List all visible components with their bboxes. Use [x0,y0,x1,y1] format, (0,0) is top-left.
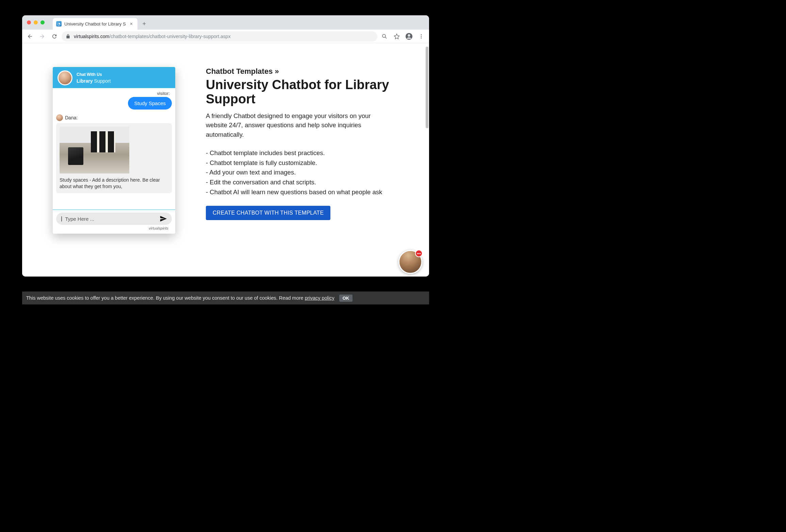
chat-text-input[interactable]: | Type Here ... [56,213,172,225]
floating-chat-launcher[interactable]: ••• [398,250,422,274]
feature-list: - Chatbot template includes best practic… [206,148,409,197]
template-info: Chatbot Templates » University Chatbot f… [206,53,409,277]
cookie-banner: This website uses cookies to offer you a… [22,292,429,304]
svg-point-4 [421,34,422,35]
close-window-button[interactable] [27,20,31,24]
tab-favicon-icon: ◔ [56,21,62,27]
chat-placeholder: Type Here ... [65,216,157,222]
svg-point-6 [421,37,422,38]
close-tab-button[interactable]: × [129,21,134,27]
svg-point-0 [382,34,386,37]
chat-input-row: | Type Here ... virtualspirits [53,210,175,234]
feature-item: - Chatbot AI will learn new questions ba… [206,187,409,197]
reload-button[interactable] [49,31,60,41]
url-input[interactable]: virtualspirits.com/chatbot-templates/cha… [62,31,377,41]
agent-avatar [58,70,72,85]
browser-window: ◔ University Chatbot for Library S × + v… [22,15,429,277]
lock-icon [66,34,70,39]
page-content: Chat With Us Library Support visitor: St… [22,43,429,277]
study-space-image [60,127,129,173]
bookmark-star-icon[interactable] [392,31,402,41]
kebab-menu-icon[interactable] [416,31,426,41]
url-text: virtualspirits.com/chatbot-templates/cha… [74,34,231,39]
create-chatbot-button[interactable]: CREATE CHATBOT WITH THIS TEMPLATE [206,206,330,220]
tab-title: University Chatbot for Library S [64,21,126,27]
bot-name: Dana: [65,115,78,120]
chat-notification-badge: ••• [415,250,423,257]
breadcrumb[interactable]: Chatbot Templates » [206,67,409,76]
bot-avatar-icon [56,114,63,121]
send-icon[interactable] [160,215,167,222]
back-button[interactable] [25,31,35,41]
page-description: A friendly Chatbot designed to engage yo… [206,111,373,139]
visitor-message-bubble: Study Spaces [128,97,172,110]
bot-message-card: Study spaces - Add a description here. B… [56,123,172,193]
chat-widget: Chat With Us Library Support visitor: St… [53,67,175,234]
new-tab-button[interactable]: + [140,19,149,29]
text-cursor-icon: | [61,216,62,222]
browser-tab[interactable]: ◔ University Chatbot for Library S × [53,18,137,30]
page-title: University Chatbot for Library Support [206,78,409,106]
forward-button[interactable] [37,31,47,41]
svg-line-1 [385,37,387,38]
cookie-text: This website uses cookies to offer you a… [26,295,334,301]
bot-message-text: Study spaces - Add a description here. B… [60,177,168,190]
chat-body: visitor: Study Spaces Dana: Study spaces… [53,88,175,210]
feature-item: - Chatbot template is fully customizable… [206,158,409,168]
feature-item: - Chatbot template includes best practic… [206,148,409,158]
svg-point-3 [408,34,410,36]
chat-footer-brand: virtualspirits [56,225,172,232]
maximize-window-button[interactable] [40,20,45,24]
bot-name-row: Dana: [56,114,172,121]
minimize-window-button[interactable] [34,20,38,24]
tab-bar: ◔ University Chatbot for Library S × + [22,15,429,30]
chat-header: Chat With Us Library Support [53,67,175,88]
zoom-icon[interactable] [379,31,390,41]
visitor-label: visitor: [56,91,172,96]
chat-subtitle: Library Support [77,78,111,84]
address-bar: virtualspirits.com/chatbot-templates/cha… [22,30,429,43]
profile-avatar-icon[interactable] [404,31,414,41]
feature-item: - Add your own text and images. [206,168,409,178]
cookie-ok-button[interactable]: OK [339,295,353,302]
svg-point-5 [421,36,422,37]
privacy-policy-link[interactable]: privacy policy [305,295,334,301]
chat-with-label: Chat With Us [77,72,111,77]
window-controls [27,15,53,30]
page-scrollbar[interactable] [426,47,428,128]
feature-item: - Edit the conversation and chat scripts… [206,178,409,187]
